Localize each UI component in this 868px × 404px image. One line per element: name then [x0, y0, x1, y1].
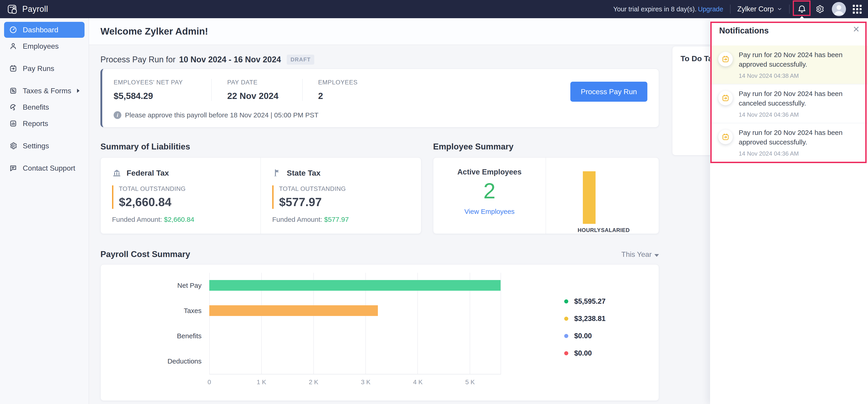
- payroll-logo-icon: [7, 4, 18, 15]
- approval-note: i Please approve this payroll before 18 …: [114, 111, 318, 119]
- pay-runs-icon: [9, 64, 17, 73]
- funded-label: Funded Amount:: [272, 215, 322, 223]
- page-title: Welcome Zylker Admin!: [100, 26, 208, 37]
- notification-body: Pay run for 20 Nov 2024 has been approve…: [739, 50, 848, 79]
- settings-gear-button[interactable]: [814, 4, 825, 15]
- topbar-divider: [789, 4, 789, 13]
- notification-text: Pay run for 20 Nov 2024 has been approve…: [739, 129, 842, 146]
- x-tick-label: 4 K: [413, 378, 423, 386]
- funded-amount-row: Funded Amount: $2,660.84: [112, 215, 260, 223]
- sidebar-item-label: Settings: [23, 142, 49, 150]
- sidebar-item-reports[interactable]: Reports: [4, 116, 85, 132]
- liabilities-section-title: Summary of Liabilities: [100, 142, 190, 151]
- stat-value: 2: [318, 91, 358, 101]
- topbar-divider: [730, 4, 731, 13]
- taxes-bar: [209, 305, 378, 316]
- payroll-cost-card: Net Pay Taxes Benefits Deductions 0 1 K …: [100, 264, 659, 401]
- x-tick-label: 5 K: [465, 378, 475, 386]
- payrun-period: 10 Nov 2024 - 16 Nov 2024: [179, 55, 281, 64]
- reports-icon: [9, 119, 17, 127]
- notification-time: 14 Nov 2024 04:36 AM: [739, 150, 848, 157]
- notification-time: 14 Nov 2024 04:38 AM: [739, 73, 848, 79]
- stat-value: 22 Nov 2024: [227, 91, 288, 101]
- sidebar-item-label: Benefits: [23, 103, 49, 112]
- liabilities-card: Federal Tax TOTAL OUTSTANDING $2,660.84 …: [100, 157, 421, 234]
- x-tick-label: 0: [208, 378, 211, 386]
- notification-time: 14 Nov 2024 04:36 AM: [739, 111, 848, 118]
- legend-dot: [564, 334, 568, 338]
- upgrade-link[interactable]: Upgrade: [698, 5, 723, 13]
- legend-value: $0.00: [574, 349, 592, 357]
- funded-amount: $2,660.84: [164, 215, 194, 223]
- state-tax-header: State Tax: [272, 168, 421, 178]
- bar-row-benefits: Benefits: [209, 323, 501, 349]
- bar-rows: Net Pay Taxes Benefits Deductions: [209, 273, 501, 374]
- org-selector[interactable]: Zylker Corp: [737, 5, 782, 13]
- caret-down-icon: [654, 254, 659, 257]
- notification-text: Pay run for 20 Nov 2024 has been cancele…: [739, 90, 842, 107]
- process-pay-run-button[interactable]: Process Pay Run: [570, 82, 647, 102]
- trial-text: Your trial expires in 8 day(s).: [613, 5, 696, 13]
- legend-row-taxes: $3,238.81: [564, 314, 606, 324]
- status-badge: DRAFT: [287, 55, 314, 65]
- pay-run-notification-icon: [718, 129, 733, 144]
- federal-tax-section: Federal Tax TOTAL OUTSTANDING $2,660.84 …: [101, 157, 261, 234]
- category-label: Benefits: [177, 332, 202, 340]
- stat-employees: EMPLOYEES 2: [302, 79, 372, 101]
- legend-value: $5,595.27: [574, 297, 606, 306]
- close-icon[interactable]: ×: [853, 24, 859, 35]
- taxes-forms-icon: [9, 87, 17, 95]
- chart-legend: $5,595.27 $3,238.81 $0.00 $0.00: [564, 296, 606, 366]
- liability-name: Federal Tax: [127, 169, 169, 177]
- bar-row-net-pay: Net Pay: [209, 273, 501, 298]
- legend-row-benefits: $0.00: [564, 331, 606, 341]
- stat-label: EMPLOYEES' NET PAY: [114, 79, 197, 86]
- x-tick-label: 2 K: [309, 378, 318, 386]
- sidebar-item-taxes-forms[interactable]: Taxes & Forms: [4, 83, 85, 99]
- sidebar-item-dashboard[interactable]: Dashboard: [4, 22, 85, 38]
- sidebar-item-label: Pay Runs: [23, 64, 54, 73]
- sidebar-item-label: Taxes & Forms: [23, 87, 71, 95]
- outstanding-amount: $2,660.84: [119, 195, 260, 209]
- legend-value: $3,238.81: [574, 315, 606, 323]
- payroll-cost-plot: Net Pay Taxes Benefits Deductions: [209, 273, 501, 374]
- notification-item[interactable]: Pay run for 20 Nov 2024 has been approve…: [710, 123, 868, 162]
- legend-dot: [564, 299, 568, 304]
- sidebar-item-label: Employees: [23, 42, 59, 51]
- sidebar-item-pay-runs[interactable]: Pay Runs: [4, 60, 85, 77]
- top-bar: Payroll Your trial expires in 8 day(s).U…: [0, 0, 868, 18]
- pay-run-notification-icon: [718, 91, 733, 105]
- sidebar-item-contact-support[interactable]: Contact Support: [4, 160, 85, 176]
- outstanding-amount: $577.97: [279, 195, 421, 209]
- stat-net-pay: EMPLOYEES' NET PAY $5,584.29: [114, 79, 211, 101]
- notification-item[interactable]: Pay run for 20 Nov 2024 has been cancele…: [710, 84, 868, 123]
- gear-icon: [815, 4, 825, 14]
- x-tick-label: 3 K: [361, 378, 370, 386]
- category-label: Deductions: [167, 357, 202, 365]
- sidebar-item-benefits[interactable]: Benefits: [4, 99, 85, 115]
- apps-grid-icon[interactable]: [853, 5, 862, 13]
- payrun-title-prefix: Process Pay Run for: [100, 55, 176, 64]
- notification-text: Pay run for 20 Nov 2024 has been approve…: [739, 51, 842, 68]
- contact-support-icon: [9, 164, 17, 172]
- bell-icon: [797, 4, 807, 14]
- sidebar-item-label: Reports: [23, 119, 48, 128]
- notification-item[interactable]: Pay run for 20 Nov 2024 has been approve…: [710, 46, 868, 84]
- view-employees-link[interactable]: View Employees: [464, 208, 515, 215]
- employee-summary-title: Employee Summary: [433, 142, 514, 151]
- legend-dot: [564, 317, 568, 321]
- avatar[interactable]: [832, 2, 846, 16]
- hourly-bar: [583, 171, 595, 224]
- this-year-selector[interactable]: This Year: [591, 250, 659, 259]
- notifications-list: Pay run for 20 Nov 2024 has been approve…: [710, 46, 868, 162]
- bar-row-deductions: Deductions: [209, 349, 501, 374]
- funded-label: Funded Amount:: [112, 215, 162, 223]
- notifications-header: Notifications ×: [710, 18, 868, 43]
- employee-type-chart: HOURLY SALARIED: [546, 157, 659, 234]
- sidebar-item-settings[interactable]: Settings: [4, 138, 85, 154]
- flag-icon: [272, 168, 282, 178]
- sidebar-item-employees[interactable]: Employees: [4, 38, 85, 54]
- notifications-bell-button[interactable]: [797, 4, 807, 15]
- legend-value: $0.00: [574, 332, 592, 340]
- active-employees-block: Active Employees 2 View Employees: [433, 157, 546, 234]
